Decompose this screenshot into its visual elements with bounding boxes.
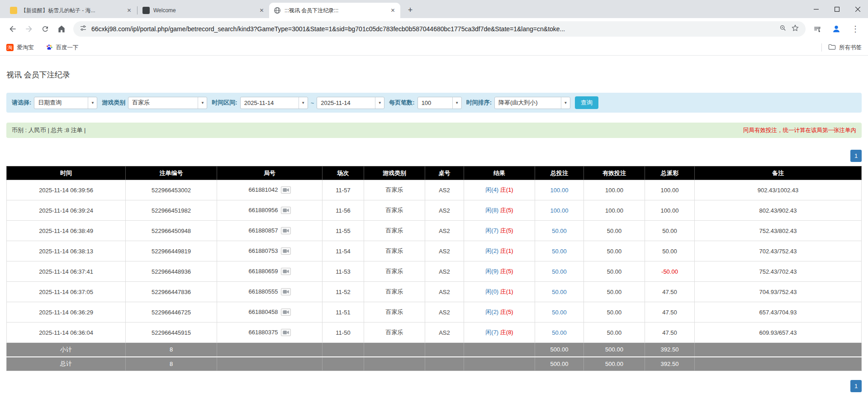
bookmark-star-icon[interactable]: [791, 24, 799, 34]
cell-table-no: AS2: [425, 241, 464, 261]
cell-payout: 47.50: [645, 302, 695, 323]
date-to-dropdown[interactable]: 2025-11-14 ▼: [317, 97, 384, 109]
bookmark-baidu[interactable]: 百度一下: [46, 43, 79, 52]
video-icon[interactable]: [281, 207, 291, 214]
tab-close-icon[interactable]: ✕: [258, 7, 266, 14]
bet-table-header-row: 时间注单编号局号场次游戏类别桌号结果总投注有效投注总派彩备注: [7, 166, 862, 180]
range-separator: ~: [311, 100, 314, 106]
forward-icon[interactable]: [21, 21, 37, 37]
cell-table-no: AS2: [425, 323, 464, 343]
cell-result: 闲(9) 庄(5): [464, 261, 535, 282]
query-type-dropdown[interactable]: 日期查询 ▼: [34, 97, 97, 109]
tab-title: :::视讯 会员下注纪录:::: [285, 7, 385, 14]
search-button[interactable]: 查询: [575, 96, 598, 109]
close-button[interactable]: [847, 0, 868, 18]
date-from-dropdown[interactable]: 2025-11-14 ▼: [240, 97, 308, 109]
page-1-button[interactable]: 1: [850, 150, 862, 162]
total-bet-link[interactable]: 100.00: [550, 207, 569, 214]
game-type-dropdown[interactable]: 百家乐 ▼: [128, 97, 207, 109]
tab-forum[interactable]: 【新提醒】杨雪儿的帖子 - 海... ✕: [5, 3, 137, 18]
globe-icon: [274, 7, 281, 14]
cell-total-bet: 50.00: [535, 221, 584, 241]
cell-round-id: 661880659: [217, 261, 323, 282]
chevron-down-icon[interactable]: ▼: [299, 97, 308, 109]
maximize-button[interactable]: [826, 0, 847, 18]
cell-note: 752.43/802.43: [695, 221, 862, 241]
tab-close-icon[interactable]: ✕: [125, 7, 133, 14]
cell-total-bet: 100.00: [535, 200, 584, 221]
result-banker: 庄(1): [500, 288, 513, 295]
window-controls: [806, 0, 868, 18]
table-row: 2025-11-14 06:37:41522966448936661880659…: [7, 261, 862, 282]
table-row: 2025-11-14 06:36:04522966445915661880375…: [7, 323, 862, 343]
bookmark-aitaobao[interactable]: 淘 爱淘宝: [6, 44, 34, 52]
video-icon[interactable]: [281, 309, 291, 316]
payout-value: -50.00: [661, 268, 678, 275]
cell-total-bet: 50.00: [535, 302, 584, 323]
home-icon[interactable]: [53, 21, 70, 37]
result-player: 闲(7): [485, 329, 498, 336]
profile-avatar-icon[interactable]: [828, 21, 844, 37]
empty-cell: [464, 343, 535, 357]
chevron-down-icon[interactable]: ▼: [375, 97, 384, 109]
tab-close-icon[interactable]: ✕: [389, 7, 397, 14]
notice-text: 同局有效投注，统一计算在该局第一张注单内: [743, 127, 856, 134]
address-bar[interactable]: 66cxkj98.com/ipl/portal.php/game/betreco…: [73, 21, 806, 37]
total-bet-link[interactable]: 50.00: [552, 228, 567, 234]
page-1-button[interactable]: 1: [850, 380, 862, 392]
folder-icon: [828, 43, 836, 52]
total-bet-link[interactable]: 50.00: [552, 309, 567, 316]
total-bet-link[interactable]: 100.00: [550, 187, 569, 194]
browser-menu-icon[interactable]: ⋮: [847, 21, 863, 37]
new-tab-button[interactable]: +: [404, 4, 417, 16]
subtotal-label: 小计: [7, 343, 126, 357]
date-to-value: 2025-11-14: [317, 100, 375, 106]
chevron-down-icon[interactable]: ▼: [198, 97, 207, 109]
bookmarks-bar: 淘 爱淘宝 百度一下 所有书签: [0, 40, 868, 56]
minimize-button[interactable]: [806, 0, 826, 18]
sort-dropdown[interactable]: 降幂(由大到小) ▼: [494, 97, 570, 109]
zoom-icon[interactable]: [779, 24, 787, 33]
cell-note: 752.43/702.43: [695, 261, 862, 282]
media-controls-icon[interactable]: [809, 21, 825, 37]
cell-table-no: AS2: [425, 200, 464, 221]
chevron-down-icon[interactable]: ▼: [88, 97, 97, 109]
cell-time: 2025-11-14 06:37:41: [7, 261, 126, 282]
back-icon[interactable]: [5, 21, 21, 37]
cell-round-id: 661880857: [217, 221, 323, 241]
cell-game-type: 百家乐: [364, 221, 425, 241]
video-icon[interactable]: [281, 186, 291, 194]
chevron-down-icon[interactable]: ▼: [452, 97, 461, 109]
column-header: 游戏类别: [364, 166, 425, 180]
cell-valid-bet: 50.00: [584, 221, 645, 241]
empty-cell: [695, 343, 862, 357]
video-icon[interactable]: [281, 288, 291, 295]
filter-bar: 请选择: 日期查询 ▼ 游戏类别 百家乐 ▼ 时间区间: 2025-11-14 …: [6, 93, 862, 113]
chevron-down-icon[interactable]: ▼: [561, 97, 570, 109]
result-banker: 庄(5): [500, 207, 513, 214]
cell-bet-id: 522966450948: [126, 221, 217, 241]
column-header: 总投注: [535, 166, 584, 180]
game-type-value: 百家乐: [128, 99, 198, 107]
cell-round-id: 661880753: [217, 241, 323, 261]
video-icon[interactable]: [281, 227, 291, 234]
cell-payout: 50.00: [645, 241, 695, 261]
video-icon[interactable]: [281, 268, 291, 275]
payout-value: 50.00: [662, 248, 677, 255]
tab-bet-records[interactable]: :::视讯 会员下注纪录::: ✕: [269, 3, 400, 18]
total-bet-link[interactable]: 50.00: [552, 329, 567, 336]
total-bet-link[interactable]: 50.00: [552, 248, 567, 255]
payout-value: 50.00: [662, 228, 677, 234]
per-page-dropdown[interactable]: 100 ▼: [417, 97, 462, 109]
total-bet-link[interactable]: 50.00: [552, 268, 567, 275]
result-banker: 庄(5): [500, 268, 513, 275]
site-info-icon[interactable]: [80, 24, 87, 33]
reload-icon[interactable]: [37, 21, 53, 37]
video-icon[interactable]: [281, 329, 291, 336]
cell-total-bet: 50.00: [535, 323, 584, 343]
empty-cell: [323, 357, 364, 371]
all-bookmarks-button[interactable]: 所有书签: [828, 43, 862, 52]
tab-welcome[interactable]: Welcome ✕: [138, 3, 269, 18]
total-bet-link[interactable]: 50.00: [552, 289, 567, 295]
video-icon[interactable]: [281, 247, 291, 255]
